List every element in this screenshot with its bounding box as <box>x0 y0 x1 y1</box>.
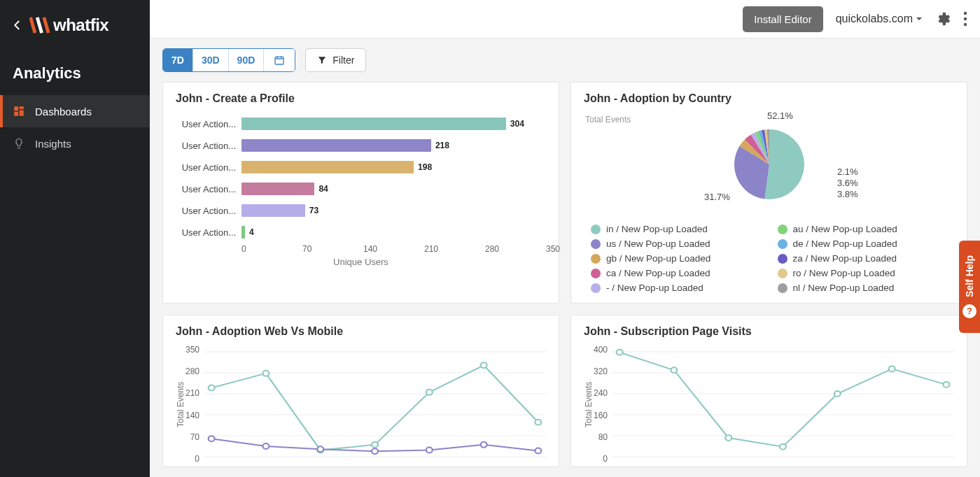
y-tick: 210 <box>186 388 200 398</box>
legend-item: us / New Pop-up Loaded <box>591 239 761 249</box>
svg-rect-2 <box>20 111 24 116</box>
dashboard-grid: John - Create a Profile User Action... 3… <box>150 72 980 477</box>
pie-chart <box>584 112 954 217</box>
data-point <box>725 435 732 441</box>
more-icon[interactable] <box>963 11 967 27</box>
svg-point-4 <box>964 12 967 15</box>
bar-label: User Action... <box>176 162 236 173</box>
sidebar-item-label: Dashboards <box>35 106 92 118</box>
y-tick: 240 <box>594 388 608 398</box>
x-tick: 210 <box>424 244 485 254</box>
range-custom[interactable] <box>264 49 295 71</box>
data-point <box>372 448 378 454</box>
self-help-tab[interactable]: Self Help ? <box>959 241 980 333</box>
pie-annotation: 3.8% <box>837 189 858 199</box>
self-help-label: Self Help <box>964 255 975 297</box>
bar-fill <box>241 118 506 130</box>
bar-fill <box>241 139 431 152</box>
card-adoption-country: John - Adoption by Country Total Events … <box>570 82 967 304</box>
domain-dropdown[interactable]: quickolabs.com <box>836 13 923 25</box>
range-7d[interactable]: 7D <box>163 49 193 71</box>
legend-label: de / New Pop-up Loaded <box>793 239 897 249</box>
data-point <box>209 436 215 441</box>
bar-value: 84 <box>318 184 328 194</box>
x-tick: 0 <box>241 244 302 254</box>
legend-item: in / New Pop-up Loaded <box>591 224 761 234</box>
bar-chart: User Action... 304 User Action... 218 Us… <box>176 118 546 239</box>
x-tick: 140 <box>363 244 424 254</box>
legend-item: ca / New Pop-up Loaded <box>591 268 761 278</box>
sidebar-item-insights[interactable]: Insights <box>0 127 150 159</box>
bar-row: User Action... 218 <box>176 139 546 152</box>
x-axis-label: Unique Users <box>176 257 546 267</box>
install-editor-button[interactable]: Install Editor <box>743 6 823 32</box>
sidebar-item-label: Insights <box>35 138 71 150</box>
y-tick: 400 <box>594 345 608 355</box>
line-chart <box>204 345 546 464</box>
legend-item: ro / New Pop-up Loaded <box>778 268 948 278</box>
legend-item: nl / New Pop-up Loaded <box>778 283 948 293</box>
data-point <box>617 350 623 355</box>
svg-rect-0 <box>14 106 18 111</box>
y-tick: 70 <box>190 432 200 442</box>
bulb-icon <box>13 137 25 150</box>
y-tick: 0 <box>195 454 200 464</box>
y-tick: 280 <box>186 366 200 376</box>
data-point <box>481 442 487 448</box>
legend-label: nl / New Pop-up Loaded <box>793 283 895 293</box>
filter-button[interactable]: Filter <box>305 48 366 72</box>
legend-swatch <box>778 269 788 278</box>
data-point <box>481 362 487 368</box>
brand-logo[interactable]: whatfix <box>29 15 108 35</box>
range-30d[interactable]: 30D <box>193 49 229 71</box>
dashboard-icon <box>13 105 25 118</box>
bar-row: User Action... 84 <box>176 183 546 195</box>
legend-swatch <box>591 269 601 278</box>
range-90d[interactable]: 90D <box>229 49 265 71</box>
bar-label: User Action... <box>176 141 236 151</box>
data-point <box>372 442 378 448</box>
legend-label: ro / New Pop-up Loaded <box>793 268 895 278</box>
legend-item: - / New Pop-up Loaded <box>591 283 761 293</box>
x-tick: 280 <box>485 244 546 254</box>
pie-annotation: 3.6% <box>837 178 858 188</box>
card-title: John - Create a Profile <box>176 92 546 105</box>
data-point <box>671 367 677 373</box>
data-point <box>317 446 323 452</box>
line-series <box>211 365 538 450</box>
card-adoption-web-mobile: John - Adoption Web Vs Mobile Total Even… <box>162 315 559 467</box>
legend-label: - / New Pop-up Loaded <box>606 283 704 293</box>
legend-label: za / New Pop-up Loaded <box>793 253 897 264</box>
sidebar: whatfix Analytics Dashboards Insights <box>0 0 150 477</box>
data-point <box>262 443 269 449</box>
x-axis: 070140210280350 <box>241 244 546 254</box>
y-ticks: 350280210140700 <box>186 345 204 464</box>
pie-annotation: 52.1% <box>767 111 793 121</box>
settings-icon[interactable] <box>935 11 951 27</box>
legend-item: za / New Pop-up Loaded <box>778 253 948 264</box>
legend-item: de / New Pop-up Loaded <box>778 239 948 249</box>
data-point <box>889 366 895 371</box>
bar-row: User Action... 73 <box>176 204 546 217</box>
y-tick: 320 <box>594 366 608 376</box>
card-title: John - Adoption by Country <box>584 92 954 105</box>
bar-row: User Action... 4 <box>176 226 546 239</box>
legend-swatch <box>591 225 601 234</box>
legend-label: us / New Pop-up Loaded <box>606 239 710 249</box>
bar-value: 304 <box>510 119 524 129</box>
legend-label: in / New Pop-up Loaded <box>606 224 708 234</box>
line-chart <box>612 345 954 464</box>
topbar: Install Editor quickolabs.com <box>150 0 980 38</box>
bar-track: 4 <box>241 226 546 239</box>
date-range-segmented: 7D 30D 90D <box>162 48 295 72</box>
pie-slice <box>764 129 804 199</box>
bar-track: 218 <box>241 139 546 152</box>
card-create-profile: John - Create a Profile User Action... 3… <box>162 82 559 304</box>
sidebar-item-dashboards[interactable]: Dashboards <box>0 95 150 127</box>
legend-item: gb / New Pop-up Loaded <box>591 253 761 264</box>
y-tick: 80 <box>598 432 608 442</box>
back-icon[interactable] <box>11 19 24 31</box>
filter-label: Filter <box>332 55 354 66</box>
bar-row: User Action... 304 <box>176 118 546 130</box>
svg-point-6 <box>964 23 967 26</box>
